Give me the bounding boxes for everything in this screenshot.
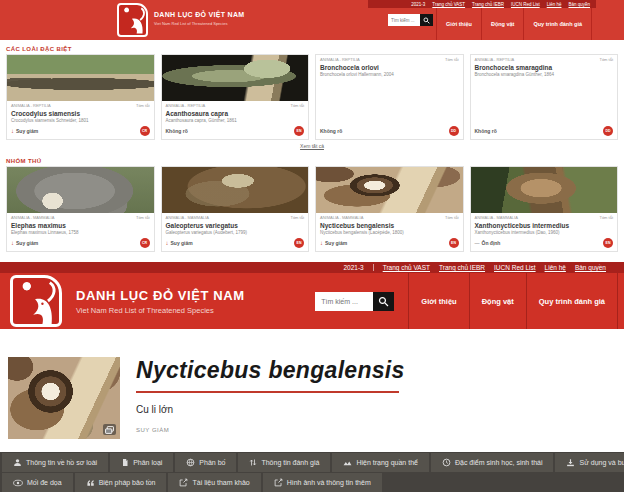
redlist-category-badge: EN [603, 238, 613, 248]
species-card[interactable]: ANIMALIA - REPTILIATóm tắt Crocodylus si… [6, 54, 155, 140]
tab-hinh-anh-thong-tin[interactable]: Hình ảnh và thông tin thêm [263, 473, 382, 492]
nav-item-quy-trinh[interactable]: Quy trình đánh giá [523, 8, 592, 40]
species-photo [162, 55, 309, 101]
download-hand-icon [566, 458, 575, 467]
globe-icon [186, 458, 195, 467]
card-species-name[interactable]: Nycticebus bengalensis [320, 222, 459, 229]
view-all-link[interactable]: Xem tất cả [300, 143, 324, 149]
nav-item-quy-trinh[interactable]: Quy trình đánh giá [526, 273, 618, 329]
species-photo [7, 55, 154, 101]
special-species-cards: ANIMALIA - REPTILIATóm tắt Crocodylus si… [0, 54, 624, 140]
site-title: DANH LỤC ĐỎ VIỆT NAM [76, 288, 245, 303]
card-taxon: ANIMALIA - REPTILIA [166, 103, 206, 108]
version-label: 2021-3 [411, 2, 425, 7]
card-species-name[interactable]: Crocodylus siamensis [11, 110, 150, 117]
link-iucn[interactable]: IUCN Red List [494, 264, 536, 271]
card-summary-link[interactable]: Tóm tắt [445, 215, 459, 220]
species-card[interactable]: ANIMALIA - REPTILIATóm tắt Bronchocela o… [315, 54, 464, 140]
card-species-name[interactable]: Elephas maximus [11, 222, 150, 229]
tab-thong-tin-danh-gia[interactable]: Thông tin đánh giá [238, 453, 330, 472]
trend-unknown-indicator: Không rõ [320, 128, 342, 134]
card-species-name[interactable]: Bronchocela smaragdina [475, 64, 614, 71]
tab-label: Tài liệu tham khảo [192, 479, 249, 486]
card-species-name[interactable]: Acanthosaura capra [166, 110, 305, 117]
redlist-category-badge: EN [449, 238, 459, 248]
search-button[interactable] [420, 14, 433, 26]
tab-label: Phân bố [199, 459, 225, 466]
photo-gallery-icon[interactable] [103, 424, 116, 435]
link-contact[interactable]: Liên hệ [545, 264, 566, 271]
link-iebr[interactable]: Trang chủ IEBR [472, 2, 504, 7]
card-species-name[interactable]: Xanthonycticebus intermedius [475, 222, 614, 229]
card-summary-link[interactable]: Tóm tắt [136, 215, 150, 220]
card-summary-link[interactable]: Tóm tắt [136, 103, 150, 108]
site-subtitle: Viet Nam Red List of Threatened Species [154, 21, 227, 26]
card-authority: Bronchocela smaragdina Günther, 1864 [475, 72, 614, 77]
tab-tai-lieu-tham-khao[interactable]: Tài liệu tham khảo [168, 473, 260, 492]
link-copyright[interactable]: Bản quyền [575, 264, 606, 271]
species-common-name: Cu li lớn [136, 404, 405, 415]
species-card[interactable]: ANIMALIA - REPTILIATóm tắt Bronchocela s… [470, 54, 619, 140]
tab-species-profile[interactable]: Thông tin về hồ sơ loài [2, 453, 108, 472]
trend-down-indicator: Suy giảm [166, 240, 193, 246]
card-summary-link[interactable]: Tóm tắt [290, 103, 304, 108]
eye-icon [13, 479, 23, 487]
tab-phan-loai[interactable]: Phân loại [110, 453, 173, 472]
card-summary-link[interactable]: Tóm tắt [599, 57, 613, 62]
title-underline [136, 391, 399, 393]
site-logo-icon[interactable] [117, 3, 148, 37]
person-icon [13, 458, 22, 467]
card-species-name[interactable]: Galeopterus variegatus [166, 222, 305, 229]
card-summary-link[interactable]: Tóm tắt [445, 57, 459, 62]
tab-hien-trang-quan-the[interactable]: Hiện trạng quần thể [332, 453, 429, 472]
trend-unknown-indicator: Không rõ [166, 128, 188, 134]
species-photo [316, 167, 463, 213]
link-iucn[interactable]: IUCN Red List [511, 2, 540, 7]
redlist-category-badge: DD [449, 126, 459, 136]
main-nav: Giới thiệu Động vật Quy trình đánh giá [436, 8, 592, 40]
tab-phan-bo[interactable]: Phân bố [175, 453, 236, 472]
card-authority: Xanthonycticebus intermedius (Dao, 1960) [475, 230, 614, 235]
search-button[interactable] [373, 292, 394, 311]
tab-su-dung-buon-ban[interactable]: Sử dụng và buôn bán [555, 453, 624, 472]
nav-item-dong-vat[interactable]: Động vật [469, 273, 526, 329]
main-nav: Giới thiệu Động vật Quy trình đánh giá [408, 273, 618, 329]
species-card[interactable]: ANIMALIA - MAMMALIATóm tắt Xanthonyctice… [470, 166, 619, 252]
tab-moi-de-doa[interactable]: Mối đe dọa [2, 473, 73, 492]
redlist-category-badge: EN [294, 238, 304, 248]
species-photo [471, 167, 618, 213]
search-input[interactable] [315, 292, 373, 311]
version-label: 2021-3 [343, 264, 363, 271]
tab-bien-phap-bao-ton[interactable]: Biện pháp bảo tồn [75, 473, 167, 492]
species-hero: Nycticebus bengalensis Cu li lớn SUY GIẢ… [0, 329, 624, 452]
species-page-title: Nycticebus bengalensis [136, 357, 405, 384]
link-copyright[interactable]: Bản quyền [568, 2, 590, 7]
detail-topbar: 2021-3 Trang chủ VAST Trang chủ IEBR IUC… [0, 262, 624, 273]
card-species-name[interactable]: Bronchocela orlovi [320, 64, 459, 71]
site-logo-icon[interactable] [10, 275, 62, 327]
species-card[interactable]: ANIMALIA - MAMMALIATóm tắt Elephas maxim… [6, 166, 155, 252]
card-taxon: ANIMALIA - REPTILIA [11, 103, 51, 108]
trend-down-indicator: Suy giảm [11, 128, 38, 134]
nav-item-dong-vat[interactable]: Động vật [481, 8, 524, 40]
nav-item-gioi-thieu[interactable]: Giới thiệu [408, 273, 468, 329]
nav-item-gioi-thieu[interactable]: Giới thiệu [436, 8, 481, 40]
card-summary-link[interactable]: Tóm tắt [290, 215, 304, 220]
species-card[interactable]: ANIMALIA - REPTILIATóm tắt Acanthosaura … [161, 54, 310, 140]
link-vast[interactable]: Trang chủ VAST [383, 264, 430, 271]
card-authority: Acanthosaura capra, Günther, 1861 [166, 118, 305, 123]
card-authority: Bronchocela orlovi Hallermann, 2004 [320, 72, 459, 77]
link-contact[interactable]: Liên hệ [547, 2, 562, 7]
species-card[interactable]: ANIMALIA - MAMMALIATóm tắt Nycticebus be… [315, 166, 464, 252]
home-topbar: 2021-3 Trang chủ VAST Trang chủ IEBR IUC… [368, 0, 596, 8]
card-authority: Elephas maximus Linnaeus, 1758 [11, 230, 150, 235]
species-main-photo[interactable] [8, 357, 120, 439]
link-vast[interactable]: Trang chủ VAST [432, 2, 465, 7]
tab-dac-diem-sinh-hoc[interactable]: Đặc điểm sinh học, sinh thái [431, 453, 554, 472]
population-chart-icon [343, 458, 352, 467]
search-input[interactable] [388, 14, 420, 26]
card-summary-link[interactable]: Tóm tắt [599, 215, 613, 220]
tab-label: Thông tin về hồ sơ loài [26, 459, 97, 466]
link-iebr[interactable]: Trang chủ IEBR [439, 264, 485, 271]
species-card[interactable]: ANIMALIA - MAMMALIATóm tắt Galeopterus v… [161, 166, 310, 252]
